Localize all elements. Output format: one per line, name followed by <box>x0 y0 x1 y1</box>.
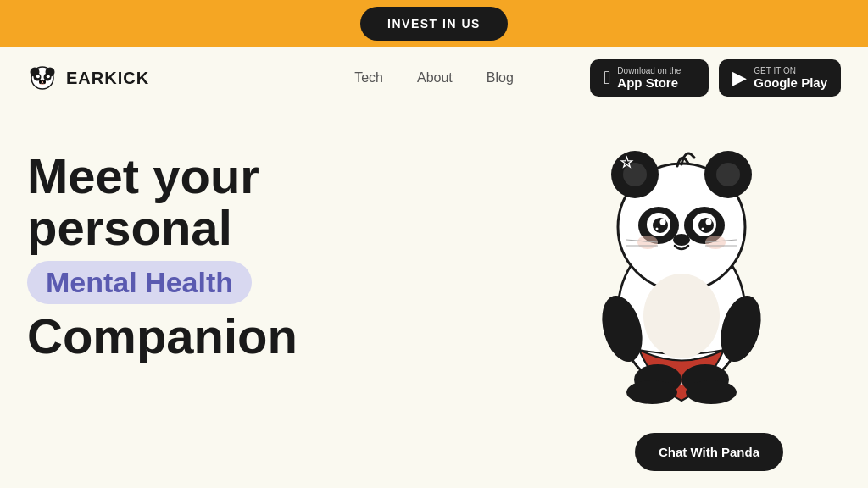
app-store-sub: Download on the <box>617 66 681 75</box>
invest-button[interactable]: INVEST IN US <box>360 7 508 41</box>
nav-tech[interactable]: Tech <box>354 70 383 86</box>
svg-point-10 <box>42 80 43 81</box>
svg-text:☆: ☆ <box>620 154 634 171</box>
apple-icon:  <box>604 67 610 89</box>
nav-blog[interactable]: Blog <box>487 70 514 86</box>
hero-text: Meet your personal Mental Health Compani… <box>27 142 298 363</box>
store-buttons:  Download on the App Store ▶ GET IT ON … <box>590 59 841 97</box>
google-play-main: Google Play <box>754 75 827 90</box>
svg-point-16 <box>716 163 740 186</box>
svg-point-21 <box>653 218 668 233</box>
app-store-button[interactable]:  Download on the App Store <box>590 59 709 97</box>
google-play-sub: GET IT ON <box>754 66 796 75</box>
chat-with-panda-button[interactable]: Chat With Panda <box>635 433 783 471</box>
google-play-icon: ▶ <box>732 67 747 89</box>
logo-icon <box>27 63 58 93</box>
svg-point-25 <box>656 228 659 230</box>
svg-point-23 <box>660 219 666 225</box>
hero-section: Meet your personal Mental Health Compani… <box>0 108 868 488</box>
svg-point-22 <box>698 218 714 233</box>
app-store-main: App Store <box>617 75 678 90</box>
logo-area: EARKICK <box>27 63 149 93</box>
hero-companion: Companion <box>27 311 298 363</box>
top-banner: INVEST IN US <box>0 0 868 47</box>
svg-point-26 <box>702 228 704 230</box>
svg-point-27 <box>673 234 690 246</box>
nav-about[interactable]: About <box>417 70 453 86</box>
mental-health-badge: Mental Health <box>27 261 252 304</box>
svg-point-6 <box>47 75 50 78</box>
svg-point-46 <box>686 380 737 404</box>
logo-text: EARKICK <box>66 69 149 88</box>
svg-point-45 <box>626 380 677 404</box>
svg-point-24 <box>706 219 712 225</box>
panda-illustration: ☆ <box>563 108 800 422</box>
nav-links: Tech About Blog <box>354 70 514 86</box>
svg-point-42 <box>643 274 720 358</box>
hero-line1: Meet your personal <box>27 151 298 254</box>
panda-svg: ☆ <box>563 108 800 413</box>
navbar: EARKICK Tech About Blog  Download on th… <box>0 47 868 108</box>
svg-point-5 <box>36 75 40 78</box>
google-play-button[interactable]: ▶ GET IT ON Google Play <box>719 59 841 97</box>
